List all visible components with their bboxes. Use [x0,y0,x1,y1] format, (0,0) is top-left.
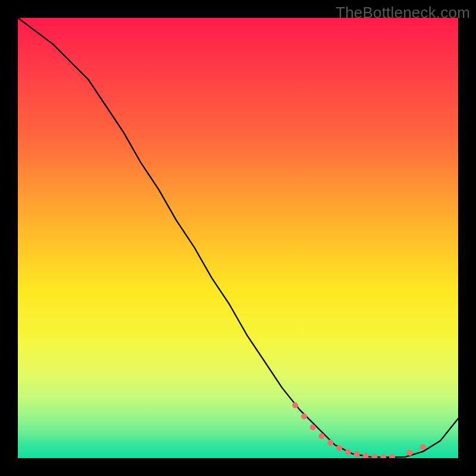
marker-point [327,440,333,446]
marker-point [354,451,360,457]
curve-line [18,18,458,458]
marker-point [319,433,325,439]
marker-point [380,454,386,458]
marker-point [420,444,426,450]
chart-overlay [18,18,458,458]
marker-point [345,449,351,455]
marker-point [336,445,342,451]
marker-point [310,424,316,430]
watermark-text: TheBottleneck.com [336,4,470,22]
marker-point [389,454,395,458]
marker-point [407,450,413,456]
marker-point [292,402,298,408]
marker-point [363,453,369,458]
highlight-markers [292,402,426,458]
marker-point [301,414,307,419]
marker-point [371,454,377,458]
chart-frame: TheBottleneck.com [0,0,476,476]
